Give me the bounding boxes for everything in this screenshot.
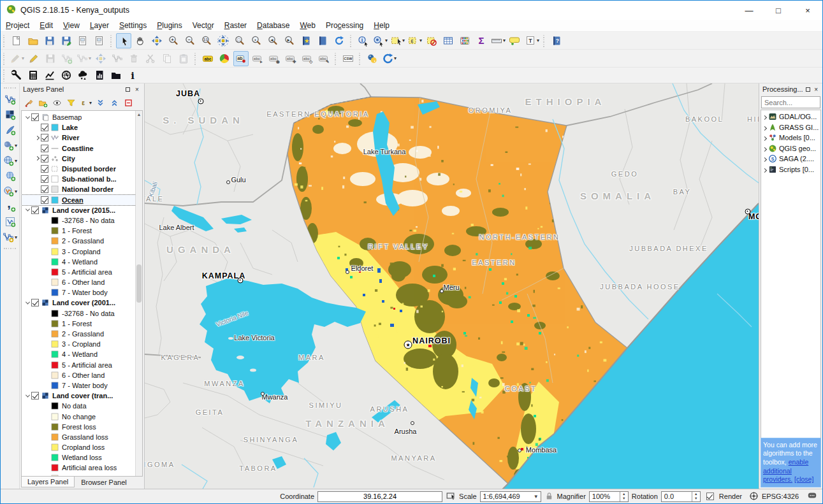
expander-icon[interactable] xyxy=(762,157,767,162)
layer-visibility-checkbox[interactable] xyxy=(41,165,48,173)
cut-features-button[interactable] xyxy=(143,51,158,66)
collapse-all-button[interactable] xyxy=(108,96,120,109)
layer-visibility-checkbox[interactable] xyxy=(41,145,48,152)
dropdown-arrow-icon[interactable]: ▾ xyxy=(15,234,17,240)
toolbar-grip[interactable] xyxy=(349,34,354,47)
toolbar-grip[interactable] xyxy=(2,69,7,82)
zoom-native-button[interactable]: 1:1 xyxy=(199,33,214,48)
legend-class-row[interactable]: Wetland loss xyxy=(22,452,142,463)
legend-class-row[interactable]: 7 - Water body xyxy=(22,380,142,391)
move-label-button[interactable]: abc✚ xyxy=(283,51,298,66)
toolbar-grip[interactable] xyxy=(358,52,363,65)
processing-provider-grass[interactable]: GRASS GI... xyxy=(761,122,820,133)
composer-manager-button[interactable] xyxy=(92,33,107,48)
dropdown-arrow-icon[interactable]: ▾ xyxy=(15,143,17,148)
identify-features-button[interactable]: i xyxy=(356,33,371,48)
layer-visibility-checkbox[interactable] xyxy=(41,185,48,193)
refresh-map-button[interactable] xyxy=(331,33,347,48)
magnifier-spinbox[interactable]: 100% ▲▼ xyxy=(589,491,629,502)
open-project-button[interactable] xyxy=(25,33,41,48)
layer-group-row[interactable]: Land cover (2001... xyxy=(22,298,142,308)
legend-class-row[interactable]: 7 - Water body xyxy=(22,287,142,298)
add-vector-layer-button[interactable] xyxy=(3,92,18,107)
panel-close-button[interactable]: × xyxy=(813,85,819,93)
layer-visibility-checkbox[interactable] xyxy=(41,134,48,141)
copy-features-button[interactable] xyxy=(159,51,175,66)
dropdown-arrow-icon[interactable]: ▾ xyxy=(22,55,24,61)
menu-help[interactable]: Help xyxy=(368,20,395,31)
select-by-expression-button[interactable]: ε▾ xyxy=(407,33,423,48)
legend-class-row[interactable]: No change xyxy=(22,411,142,421)
panel-float-button[interactable] xyxy=(124,85,131,93)
legend-class-row[interactable]: Grassland loss xyxy=(22,432,142,442)
plugin-tool-button[interactable]: ▾ xyxy=(381,51,397,66)
add-feature-button[interactable] xyxy=(59,51,75,66)
menu-project[interactable]: Project xyxy=(1,20,34,31)
chevron-down-icon[interactable]: ▼ xyxy=(532,494,541,500)
layer-group-row[interactable]: Land cover (tran... xyxy=(22,391,142,401)
layer-visibility-checkbox[interactable] xyxy=(41,175,48,183)
expander-icon[interactable] xyxy=(762,136,767,141)
processing-provider-gdal[interactable]: GDAL/OG... xyxy=(761,112,820,122)
pin-labels-button[interactable]: ab xyxy=(233,51,249,66)
dropdown-arrow-icon[interactable]: ▾ xyxy=(89,100,92,106)
layer-row[interactable]: Coastline xyxy=(22,143,142,154)
panel-close-button[interactable]: × xyxy=(133,85,141,93)
expander-icon[interactable] xyxy=(762,126,767,131)
close-notification-link[interactable]: [close] xyxy=(794,475,813,483)
dropdown-arrow-icon[interactable]: ▾ xyxy=(537,38,539,43)
run-feature-action-button[interactable]: ▾ xyxy=(372,33,388,48)
panel-float-button[interactable] xyxy=(805,85,812,93)
toolbar-grip[interactable] xyxy=(193,52,198,65)
add-spatialite-layer-button[interactable]: ▾ xyxy=(2,153,18,168)
filter-legend-by-expression-button[interactable]: ε▾ xyxy=(78,96,92,109)
legend-class-row[interactable]: 5 - Artificial area xyxy=(22,267,142,277)
tab-layers-panel[interactable]: Layers Panel xyxy=(21,476,75,487)
dropdown-arrow-icon[interactable]: ▾ xyxy=(402,38,405,43)
toolbar-grip[interactable] xyxy=(4,246,17,251)
menu-plugins[interactable]: Plugins xyxy=(152,20,187,31)
new-project-button[interactable] xyxy=(9,33,24,48)
layer-visibility-checkbox[interactable] xyxy=(41,124,48,131)
zoom-to-layer-button[interactable]: □ xyxy=(232,33,247,48)
legend-class-row[interactable]: No data xyxy=(22,401,142,411)
touch-zoom-and-pan-button[interactable] xyxy=(116,33,131,48)
scrollbar-thumb[interactable] xyxy=(136,264,142,303)
legend-class-row[interactable]: 6 - Other land xyxy=(22,370,142,380)
toolbar-grip[interactable] xyxy=(542,34,547,47)
scroll-up-icon[interactable]: ▲ xyxy=(136,111,142,118)
save-layer-edits-button[interactable] xyxy=(43,51,58,66)
legend-class-row[interactable]: 1 - Forest xyxy=(22,226,142,236)
menu-database[interactable]: Database xyxy=(252,20,295,31)
pan-map-button[interactable] xyxy=(133,33,148,48)
pan-to-selection-button[interactable] xyxy=(149,33,164,48)
show-statistics-button[interactable]: Σ xyxy=(474,33,489,48)
save-project-button[interactable] xyxy=(42,33,57,48)
show-bookmarks-button[interactable] xyxy=(315,33,330,48)
add-raster-layer-button[interactable] xyxy=(3,107,18,122)
add-virtual-layer-button[interactable] xyxy=(3,214,18,229)
move-feature-button[interactable] xyxy=(93,51,108,66)
menu-processing[interactable]: Processing xyxy=(321,20,368,31)
measure-line-button[interactable]: ▾ xyxy=(490,33,506,48)
expander-icon[interactable] xyxy=(34,156,39,161)
expander-icon[interactable] xyxy=(25,392,29,397)
tab-browser-panel[interactable]: Browser Panel xyxy=(75,477,133,488)
layer-row[interactable]: River xyxy=(22,133,142,143)
legend-class-row[interactable]: 1 - Forest xyxy=(22,319,142,329)
maximize-button[interactable]: □ xyxy=(764,1,793,20)
add-group-button[interactable] xyxy=(36,96,49,109)
expander-icon[interactable] xyxy=(25,114,29,119)
select-features-button[interactable]: ▾ xyxy=(390,33,405,48)
add-circular-string-button[interactable]: ▾ xyxy=(76,51,92,66)
layer-visibility-checkbox[interactable] xyxy=(31,206,39,214)
report-tool-button[interactable] xyxy=(92,68,107,83)
dropdown-arrow-icon[interactable]: ▾ xyxy=(419,38,422,43)
legend-class-row[interactable]: 2 - Grassland xyxy=(22,329,142,339)
layer-labeling-options-button[interactable]: abc xyxy=(200,51,215,66)
mouse-position-icon[interactable] xyxy=(446,491,456,502)
text-annotation-button[interactable]: T▾ xyxy=(524,33,540,48)
menu-raster[interactable]: Raster xyxy=(219,20,252,31)
processing-provider-saga[interactable]: SSAGA (2.... xyxy=(761,154,820,164)
expander-icon[interactable] xyxy=(762,168,767,173)
